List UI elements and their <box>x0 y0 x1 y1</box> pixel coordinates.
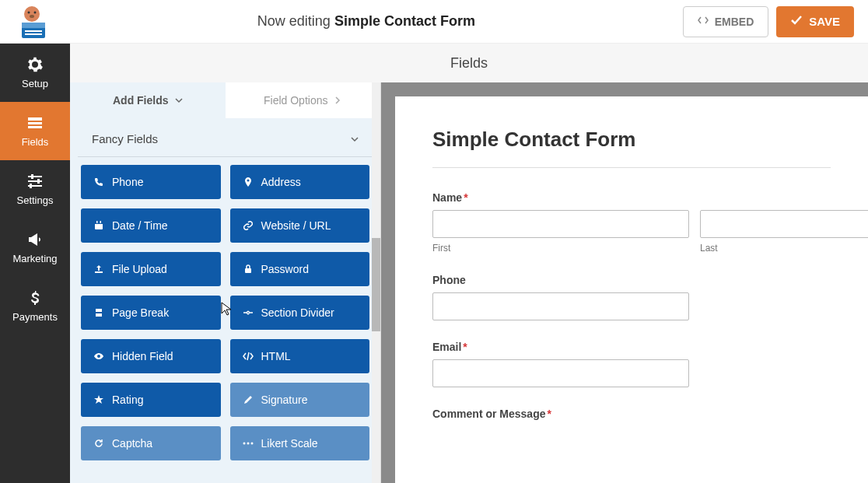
field-type-section-divider[interactable]: Section Divider <box>230 296 370 330</box>
sidebar-item-label: Fields <box>22 136 49 148</box>
last-name-input[interactable] <box>700 210 868 238</box>
code-icon <box>698 15 709 28</box>
first-name-input[interactable] <box>432 210 689 238</box>
svg-point-0 <box>24 6 40 22</box>
tab-field-options[interactable]: Field Options <box>226 82 381 118</box>
field-label: Section Divider <box>261 306 334 319</box>
bullhorn-icon <box>26 231 44 248</box>
chevron-down-icon <box>351 132 359 145</box>
phone-icon <box>93 177 104 187</box>
field-type-html[interactable]: HTML <box>230 339 370 373</box>
svg-rect-6 <box>25 30 42 32</box>
upload-icon <box>93 264 104 275</box>
sidebar-item-payments[interactable]: Payments <box>0 277 70 335</box>
svg-point-2 <box>34 11 37 13</box>
field-label: Page Break <box>112 306 169 319</box>
field-label: Signature <box>261 394 308 406</box>
pin-icon <box>243 177 254 187</box>
form-preview: Simple Contact Form Name* First Last <box>381 82 868 483</box>
field-label: Rating <box>112 394 143 406</box>
svg-rect-12 <box>28 180 42 182</box>
refresh-icon <box>93 438 104 449</box>
name-label: Name* <box>432 191 831 204</box>
last-sublabel: Last <box>700 243 868 254</box>
field-type-likert-scale[interactable]: Likert Scale <box>230 426 370 460</box>
field-type-hidden-field[interactable]: Hidden Field <box>81 339 221 373</box>
comment-label: Comment or Message* <box>432 408 831 420</box>
field-type-page-break[interactable]: Page Break <box>81 296 221 330</box>
field-label: Password <box>261 263 309 275</box>
svg-rect-7 <box>25 33 42 35</box>
tab-add-fields[interactable]: Add Fields <box>70 82 226 118</box>
svg-rect-21 <box>245 268 251 273</box>
field-type-rating[interactable]: Rating <box>81 383 221 417</box>
form-icon <box>26 114 44 131</box>
sidebar-item-label: Setup <box>22 78 48 89</box>
field-type-phone[interactable]: Phone <box>81 165 221 199</box>
lock-icon <box>243 264 254 275</box>
eye-icon <box>93 351 104 362</box>
field-type-signature[interactable]: Signature <box>230 383 370 417</box>
svg-rect-11 <box>28 176 42 177</box>
svg-rect-20 <box>100 221 102 223</box>
scrollbar[interactable] <box>372 82 380 483</box>
svg-point-24 <box>243 443 245 445</box>
scrollbar-thumb[interactable] <box>372 238 380 331</box>
app-logo <box>14 4 50 40</box>
svg-rect-8 <box>28 117 42 121</box>
phone-label: Phone <box>432 274 831 286</box>
field-type-date-time[interactable]: Date / Time <box>81 208 221 243</box>
field-label: Date / Time <box>112 219 168 232</box>
svg-point-25 <box>247 443 249 445</box>
page-title: Now editing Simple Contact Form <box>50 13 683 30</box>
sidebar-item-label: Payments <box>12 311 58 323</box>
section-header-fancy[interactable]: Fancy Fields <box>78 121 373 157</box>
dollar-icon <box>26 289 44 306</box>
sliders-icon <box>26 173 44 190</box>
dots-icon <box>243 438 254 449</box>
svg-rect-14 <box>31 174 33 179</box>
svg-rect-22 <box>96 309 102 312</box>
email-input[interactable] <box>432 359 689 387</box>
field-type-captcha[interactable]: Captcha <box>81 426 221 460</box>
calendar-icon <box>93 220 104 231</box>
divider-icon <box>243 307 254 318</box>
svg-rect-19 <box>96 221 98 223</box>
first-sublabel: First <box>432 243 689 254</box>
pagebreak-icon <box>93 307 104 318</box>
sidebar-item-setup[interactable]: Setup <box>0 44 70 102</box>
svg-rect-18 <box>95 222 103 224</box>
sidebar-item-fields[interactable]: Fields <box>0 102 70 160</box>
svg-rect-16 <box>30 184 32 188</box>
pen-icon <box>243 394 254 405</box>
phone-input[interactable] <box>432 292 689 320</box>
field-label: File Upload <box>112 263 167 275</box>
main-header-title: Fields <box>70 44 868 82</box>
link-icon <box>243 220 254 231</box>
field-type-password[interactable]: Password <box>230 252 370 286</box>
embed-button[interactable]: EMBED <box>683 6 769 37</box>
field-type-file-upload[interactable]: File Upload <box>81 252 221 286</box>
svg-rect-23 <box>96 313 102 317</box>
code-icon <box>243 351 254 362</box>
email-label: Email* <box>432 341 831 353</box>
svg-rect-9 <box>28 122 42 124</box>
field-label: Website / URL <box>261 219 331 232</box>
sidebar-item-settings[interactable]: Settings <box>0 160 70 219</box>
field-label: Address <box>261 176 301 188</box>
field-label: Phone <box>112 176 143 188</box>
save-button[interactable]: SAVE <box>776 6 854 37</box>
svg-point-3 <box>30 15 34 18</box>
sidebar-item-label: Settings <box>17 194 54 206</box>
svg-point-26 <box>250 443 253 445</box>
field-type-website-url[interactable]: Website / URL <box>230 208 370 243</box>
field-label: Captcha <box>112 437 152 450</box>
svg-rect-5 <box>22 23 45 28</box>
sidebar-item-label: Marketing <box>12 253 57 264</box>
field-label: HTML <box>261 350 291 362</box>
field-type-address[interactable]: Address <box>230 165 370 199</box>
sidebar-item-marketing[interactable]: Marketing <box>0 219 70 277</box>
field-label: Likert Scale <box>261 437 318 450</box>
check-icon <box>790 14 803 29</box>
chevron-down-icon <box>175 94 183 107</box>
